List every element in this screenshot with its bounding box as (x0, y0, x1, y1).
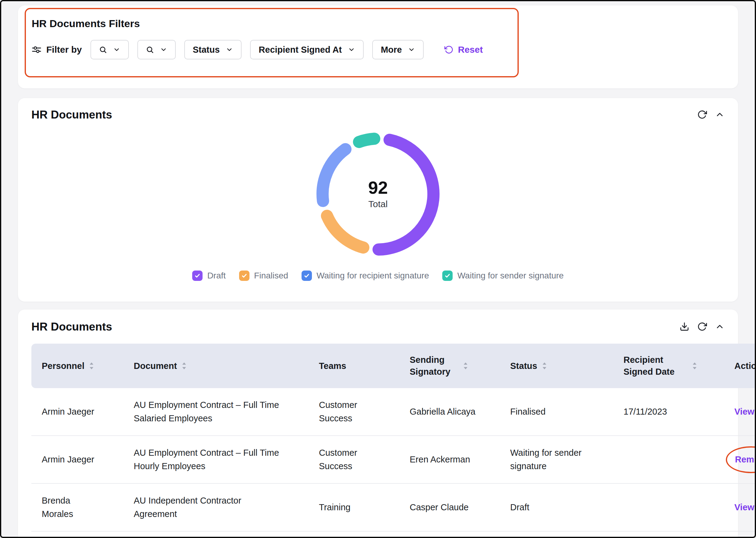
column-header-sending-signatory[interactable]: Sending Signatory (410, 344, 510, 388)
column-header-recipient-signed-date[interactable]: Recipient Signed Date (624, 344, 734, 388)
chevron-up-icon (715, 322, 725, 332)
sort-icon[interactable] (182, 362, 186, 369)
table-card-title: HR Documents (31, 320, 112, 333)
cell-sending-signatory: Gabriella Alicaya (410, 388, 510, 436)
column-label: Teams (319, 360, 346, 372)
reset-icon (444, 45, 454, 54)
refresh-icon (697, 322, 707, 332)
chevron-down-icon (113, 46, 120, 53)
sliders-icon (32, 45, 41, 55)
check-icon (444, 273, 450, 279)
legend-checkbox-finalised[interactable] (239, 271, 249, 281)
column-header-action: Action (734, 344, 756, 388)
legend-checkbox-draft[interactable] (192, 271, 203, 281)
cell-teams: Customer Success (319, 388, 410, 436)
sort-icon[interactable] (542, 362, 547, 369)
legend-label: Finalised (254, 271, 288, 281)
cell-status: Waiting for sender signature (510, 436, 624, 483)
table-row: Brenda MoralesAU Independent Contractor … (31, 483, 756, 531)
refresh-button[interactable] (697, 322, 707, 332)
column-label: Sending Signatory (410, 354, 458, 378)
chevron-down-icon (226, 46, 233, 53)
remind-link[interactable]: Remind (735, 455, 756, 464)
refresh-button[interactable] (697, 110, 707, 119)
legend-label: Waiting for sender signature (457, 271, 564, 281)
donut-chart-area: 92 Total (316, 132, 440, 256)
total-value: 92 (368, 179, 388, 196)
check-icon (241, 273, 247, 279)
column-header-personnel[interactable]: Personnel (31, 344, 134, 388)
status-filter-label: Status (193, 45, 220, 55)
recipient-signed-at-filter-dropdown[interactable]: Recipient Signed At (250, 40, 364, 59)
cell-status: Finalised (510, 388, 624, 436)
filter-by-label: Filter by (46, 44, 82, 55)
cell-action: View (734, 483, 756, 531)
column-header-status[interactable]: Status (510, 344, 624, 388)
chart-legend: DraftFinalisedWaiting for recipient sign… (31, 271, 725, 281)
cell-teams: Customer Success (319, 436, 410, 483)
column-label: Status (510, 360, 537, 372)
page: HR Documents Filters Filter by (0, 0, 756, 538)
filter-by: Filter by (32, 44, 82, 55)
sort-icon[interactable] (692, 362, 697, 369)
chart-card-title: HR Documents (31, 108, 112, 121)
filters-panel: HR Documents Filters Filter by (18, 6, 738, 88)
cell-action: View (734, 388, 756, 436)
cell-sending-signatory: Eren Ackerman (410, 436, 510, 483)
search-filter-dropdown-2[interactable] (137, 40, 176, 59)
search-icon (146, 46, 154, 54)
status-filter-dropdown[interactable]: Status (184, 40, 242, 59)
column-header-teams: Teams (319, 344, 410, 388)
view-link[interactable]: View (734, 407, 754, 416)
hr-documents-chart-card: HR Documents 92 Total (18, 98, 738, 301)
table-header-row: PersonnelDocumentTeamsSending SignatoryS… (31, 344, 756, 388)
legend-checkbox-waiting-for-sender-signature[interactable] (442, 271, 453, 281)
cell-document: AU Employment Contract – Full Time Salar… (134, 388, 319, 436)
search-filter-dropdown-1[interactable] (90, 40, 129, 59)
hr-documents-table-card: HR Documents (18, 309, 738, 538)
check-icon (304, 273, 310, 279)
download-button[interactable] (680, 322, 689, 332)
donut-center: 92 Total (316, 132, 440, 256)
cell-personnel: Armin Jaeger (31, 388, 134, 436)
check-icon (194, 273, 200, 279)
legend-checkbox-waiting-for-recipient-signature[interactable] (302, 271, 312, 281)
reset-label: Reset (458, 44, 483, 55)
cell-status: Draft (510, 483, 624, 531)
chevron-down-icon (160, 46, 167, 53)
cell-recipient-signed-date (624, 483, 734, 531)
legend-label: Draft (207, 271, 226, 281)
filters-title: HR Documents Filters (32, 18, 724, 29)
cell-personnel: Brenda Morales (31, 483, 134, 531)
cell-action: Remind (734, 436, 756, 483)
recipient-signed-at-label: Recipient Signed At (259, 45, 342, 55)
filter-row: Filter by Status (32, 40, 724, 59)
table-row: Armin JaegerAU Employment Contract – Ful… (31, 436, 756, 483)
collapse-button[interactable] (715, 322, 725, 332)
sort-icon[interactable] (463, 362, 468, 369)
legend-item-draft: Draft (192, 271, 226, 281)
chevron-down-icon (348, 46, 355, 53)
collapse-button[interactable] (715, 110, 725, 119)
cell-teams: Training (319, 483, 410, 531)
sort-icon[interactable] (89, 362, 94, 369)
legend-item-waiting-for-sender-signature: Waiting for sender signature (442, 271, 564, 281)
cell-document: AU Employment Contract – Full Time Hourl… (134, 436, 319, 483)
more-filters-dropdown[interactable]: More (372, 40, 424, 59)
legend-item-waiting-for-recipient-signature: Waiting for recipient signature (302, 271, 429, 281)
chevron-up-icon (715, 110, 725, 119)
reset-filters-button[interactable]: Reset (443, 44, 484, 55)
hr-documents-table: PersonnelDocumentTeamsSending SignatoryS… (31, 344, 756, 532)
cell-document: AU Independent Contractor Agreement (134, 483, 319, 531)
column-label: Document (134, 360, 177, 372)
column-header-document[interactable]: Document (134, 344, 319, 388)
legend-item-finalised: Finalised (239, 271, 288, 281)
cell-recipient-signed-date: 17/11/2023 (624, 388, 734, 436)
download-icon (680, 322, 689, 332)
cell-personnel: Armin Jaeger (31, 436, 134, 483)
total-label: Total (368, 199, 387, 209)
view-link[interactable]: View (734, 502, 754, 512)
column-label: Action (734, 360, 756, 372)
cell-sending-signatory: Casper Claude (410, 483, 510, 531)
cell-recipient-signed-date (624, 436, 734, 483)
